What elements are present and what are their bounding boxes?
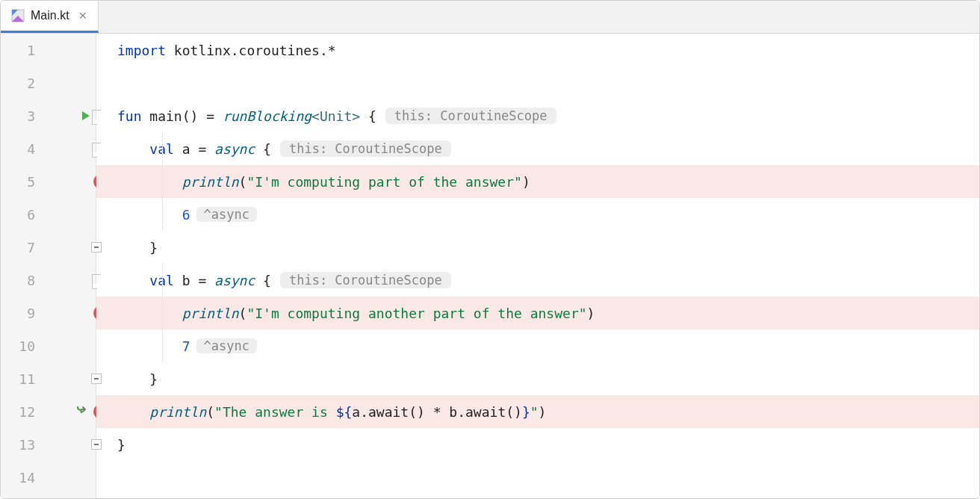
line-number: 13 [1,437,35,453]
code-line[interactable]: println("I'm computing another part of t… [96,297,979,329]
keyword: fun [117,108,142,124]
code-text: kotlinx.coroutines.* [166,43,336,58]
brace: } [149,371,158,387]
indent [117,404,149,420]
line-number: 1 [1,43,35,58]
inlay-hint-return: ^async [196,338,257,353]
code-text: b = [174,273,214,288]
svg-marker-3 [82,111,90,120]
indent [117,240,149,255]
number-literal: 7 [182,338,190,354]
function-call: runBlocking [223,108,311,124]
function-call: async [214,141,255,157]
line-number: 4 [1,141,35,157]
line-number: 3 [1,108,35,124]
string-literal: " [530,404,539,420]
code-line[interactable]: val a = async { this: CoroutineScope [96,132,979,165]
line-number: 8 [1,273,35,288]
run-gutter-icon[interactable] [80,110,92,122]
indent-guide [162,165,163,198]
function-call: println [182,306,239,321]
brace: { [255,273,271,288]
number-literal: 6 [182,207,190,223]
paren: ( [239,306,247,321]
line-number: 10 [1,338,35,354]
code-line[interactable]: } [96,231,979,264]
code-line[interactable]: import kotlinx.coroutines.* [96,34,979,66]
tab-bar: Main.kt ✕ [1,1,979,34]
function-call: println [182,174,239,190]
indent-guide [162,132,163,165]
code-line[interactable]: } [96,362,979,395]
line-number: 12 [1,404,35,420]
inlay-hint-return: ^async [196,207,257,222]
string-literal: "The answer is [214,404,336,420]
keyword: import [117,43,166,58]
inlay-hint-scope: this: CoroutineScope [385,108,556,124]
line-number: 11 [1,371,35,387]
suspend-call-icon [75,403,89,420]
template-end: } [522,404,530,420]
paren: ( [239,174,247,190]
string-literal: "I'm computing another part of the answe… [246,306,586,321]
code-line[interactable]: 6 ^async [96,198,979,231]
code-line[interactable]: } [96,428,979,461]
indent [117,306,182,321]
indent [117,273,149,288]
code-text: main() = [142,108,223,124]
line-number: 2 [1,75,35,91]
code-line[interactable]: val b = async { this: CoroutineScope [96,264,979,297]
code-line[interactable]: fun main() = runBlocking<Unit> { this: C… [96,99,979,132]
brace: { [255,141,271,157]
line-number: 14 [1,470,35,486]
tab-filename: Main.kt [31,9,69,22]
brace: { [360,108,376,124]
template-expression: a.await() * b.await() [352,404,522,420]
inlay-hint-scope: this: CoroutineScope [280,272,451,288]
code-line[interactable] [96,66,979,99]
indent-guide [162,198,163,231]
indent [117,338,182,354]
brace: } [117,437,125,453]
brace: } [149,240,158,255]
code-line[interactable]: println("The answer is ${a.await() * b.a… [96,395,979,428]
line-number: 7 [1,240,35,255]
gutter[interactable]: 1 2 3 4 5 6 7 8 9 10 11 12 [1,34,96,498]
line-number: 9 [1,306,35,321]
indent [117,174,182,190]
paren: ) [522,174,530,190]
string-literal: "I'm computing part of the answer" [246,174,521,190]
tab-main-kt[interactable]: Main.kt ✕ [1,1,99,33]
indent [117,141,149,157]
indent-guide [162,329,163,362]
line-number: 5 [1,174,35,190]
code-area[interactable]: import kotlinx.coroutines.* fun main() =… [96,34,979,498]
code-line[interactable]: 7 ^async [96,329,979,362]
paren: ( [206,404,214,420]
paren: ) [539,404,547,420]
function-call: println [149,404,206,420]
paren: ) [587,306,595,321]
editor: 1 2 3 4 5 6 7 8 9 10 11 12 [1,34,979,498]
inlay-hint-scope: this: CoroutineScope [280,140,451,157]
indent [117,371,149,387]
code-line[interactable] [96,461,979,494]
type-parameter: <Unit> [311,108,360,124]
line-number: 6 [1,207,35,223]
close-tab-icon[interactable]: ✕ [78,10,87,22]
template-start: ${ [336,404,353,420]
function-call: async [214,273,255,288]
code-line[interactable]: println("I'm computing part of the answe… [96,165,979,198]
indent [117,207,182,223]
code-text: a = [174,141,214,157]
indent-guide [162,297,163,329]
kotlin-file-icon [11,9,25,22]
indent-guide [162,264,163,297]
